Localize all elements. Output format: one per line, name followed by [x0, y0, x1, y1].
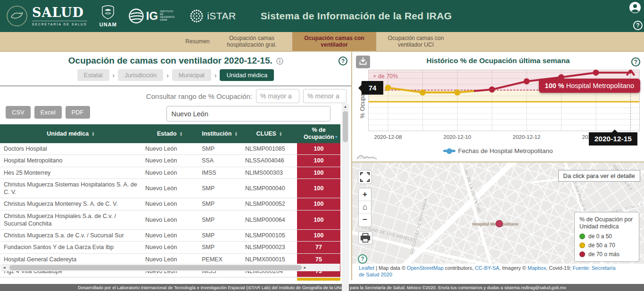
- table-row[interactable]: Christus Muguerza S.a. de C.v. / Sucursa…: [0, 230, 340, 242]
- map-legend-item: de 70 o más: [579, 251, 634, 258]
- cell-clues: NLSSA004046: [241, 155, 297, 167]
- panel-help-icon[interactable]: ?: [339, 57, 347, 65]
- leaflet-link[interactable]: Leaflet: [359, 265, 374, 271]
- osm-link[interactable]: OpenStreetMap: [407, 265, 444, 271]
- data-point[interactable]: [454, 89, 461, 96]
- scroll-right-icon[interactable]: ►: [302, 266, 308, 270]
- pct-max-input[interactable]: [303, 89, 347, 103]
- export-csv-button[interactable]: CSV: [6, 106, 31, 119]
- column-label: % de Ocupación: [304, 127, 334, 141]
- map-print-button[interactable]: [358, 231, 372, 244]
- info-icon[interactable]: ⓘ: [276, 57, 283, 65]
- scroll-up-icon[interactable]: ▲: [344, 104, 347, 110]
- mapbox-link[interactable]: Mapbox: [528, 265, 546, 271]
- istar-dot: [190, 15, 191, 16]
- map-legend: % de Ocupación por Unidad médica de 0 a …: [574, 212, 639, 262]
- export-pdf-button[interactable]: PDF: [66, 106, 90, 119]
- table-vertical-scrollbar[interactable]: ▲ ▼: [342, 104, 349, 291]
- data-point[interactable]: [524, 78, 530, 84]
- cell-clues: NLIMS000303: [241, 167, 297, 178]
- legend-item-label: de 50 a 70: [588, 242, 615, 249]
- column-header--de-ocupaci-n[interactable]: % de Ocupación▼: [297, 124, 340, 143]
- map-help-icon[interactable]: ?: [358, 254, 367, 264]
- table-row[interactable]: Doctors HospitalNuevo LeónSMPNLSMP001085…: [0, 143, 340, 155]
- table-row[interactable]: Hes 25 MonterreyNuevo LeónIMSSNLIMS00030…: [0, 167, 340, 178]
- tab-ocupaci-n-camas-con-ventilador-uci[interactable]: Ocupación camas con ventilador UCI: [376, 32, 455, 51]
- fullscreen-icon: [358, 170, 372, 184]
- map-zoom-out-button[interactable]: −: [359, 214, 371, 226]
- column-header-instituci-n[interactable]: Institución▲▼: [198, 124, 241, 143]
- attribution-text: , Imagery ©: [499, 265, 528, 271]
- istar-dot: [201, 15, 203, 16]
- app-title: Sistema de Información de la Red IRAG: [261, 10, 452, 22]
- data-point[interactable]: [385, 85, 391, 91]
- tab-ocupaci-n-camas-hospitalizaci-n-gral[interactable]: Ocupación camas hospitalización gral.: [211, 32, 292, 51]
- hospital-marker[interactable]: [496, 220, 503, 227]
- horizontal-scroll-thumb[interactable]: [9, 265, 302, 270]
- cell-unidad-medica: Christus Muguerza S.a. de C.v. / Sucursa…: [0, 230, 141, 242]
- breadcrumb-municipal[interactable]: Municipal: [172, 69, 211, 81]
- tooltip-percent: 100 %: [545, 82, 564, 89]
- cell-unidad-medica: Hes 25 Monterrey: [0, 167, 141, 178]
- cell-institucion: SMP: [198, 198, 241, 210]
- sort-icon[interactable]: ▲▼: [234, 132, 237, 136]
- cell-unidad-medica: Fundacion Santos Y de La Garza Evia Ibp: [0, 242, 141, 253]
- pct-min-input[interactable]: [256, 89, 299, 103]
- map-legend-item: de 0 a 50: [579, 233, 634, 240]
- cell-clues: NLSMP000064: [241, 210, 297, 230]
- table-row[interactable]: Fundacion Santos Y de La Garza Evia IbpN…: [0, 242, 340, 253]
- column-header-clues[interactable]: CLUES▲▼: [241, 124, 297, 143]
- salud-eagle-logo-icon: [7, 6, 27, 26]
- occupancy-badge: 100: [297, 230, 340, 242]
- scroll-left-icon[interactable]: ◄: [1, 266, 8, 270]
- vertical-scroll-thumb[interactable]: [343, 111, 348, 142]
- cell-institucion: IMSS: [198, 167, 241, 178]
- header-help-icon[interactable]: ?: [633, 21, 643, 30]
- tab-resumen[interactable]: Resumen: [184, 32, 211, 51]
- istar-dot: [196, 15, 198, 16]
- sort-icon[interactable]: ▲▼: [279, 132, 282, 136]
- istar-dot: [192, 19, 193, 21]
- table-horizontal-scrollbar[interactable]: ◄ ►: [1, 264, 340, 271]
- unam-crest-icon: [101, 5, 115, 20]
- chart-download-button[interactable]: [356, 56, 370, 68]
- map-home-button[interactable]: ⌂: [359, 201, 371, 214]
- chart-legend: Fechas de Hospital Metropolitano: [352, 147, 644, 154]
- user-account-icon[interactable]: [629, 1, 641, 14]
- breadcrumb-unidad-m-dica[interactable]: Unidad médica: [220, 69, 274, 81]
- salud-subtitle: SECRETARÍA DE SALUD: [32, 21, 87, 26]
- table-row[interactable]: Christus Muguerza Sistemas Hospitalarios…: [0, 178, 340, 198]
- ccbysa-link[interactable]: CC-BY-SA: [475, 265, 499, 271]
- istar-dot: [200, 19, 201, 21]
- table-row-partial: [0, 277, 340, 281]
- history-chart-panel: Histórico % de Ocupación última semana ?…: [352, 52, 644, 162]
- chart-y-axis-label: % Ocupación: [359, 70, 366, 131]
- main-content: Ocupación de camas con ventilador 2020-1…: [0, 52, 644, 280]
- table-row[interactable]: Christus Muguerza Monterrey S. A. de C. …: [0, 198, 340, 210]
- map-zoom-in-button[interactable]: +: [359, 188, 371, 201]
- breadcrumb-estatal[interactable]: Estatal: [77, 69, 109, 81]
- filter-icon[interactable]: ▼: [334, 135, 339, 139]
- istar-dot: [190, 17, 192, 19]
- table-row[interactable]: Christus Muguerza Hospiales S.a. de C.v.…: [0, 210, 340, 230]
- data-point[interactable]: [593, 70, 599, 76]
- chart-help-icon[interactable]: ?: [631, 57, 640, 66]
- cell-institucion: SMP: [198, 178, 241, 198]
- column-header-estado[interactable]: Estado▲▼: [141, 124, 198, 143]
- export-excel-button[interactable]: Excel: [34, 106, 62, 119]
- map-panel[interactable]: AV. DE LA JUVENTUDJUAN PABLO IIJUAN PABL…: [352, 162, 644, 264]
- cell-institucion: SMP: [198, 230, 241, 242]
- occupancy-badge: 100: [297, 167, 340, 178]
- search-input[interactable]: [166, 106, 330, 121]
- sort-icon[interactable]: ▲▼: [180, 132, 182, 136]
- column-header-unidad-m-dica[interactable]: Unidad médica▲▼: [0, 124, 141, 143]
- data-point[interactable]: [420, 89, 426, 96]
- data-point[interactable]: [489, 87, 495, 93]
- occupancy-panel: Ocupación de camas con ventilador 2020-1…: [0, 52, 351, 280]
- table-row[interactable]: Hospital MetropolitanoNuevo LeónSSANLSSA…: [0, 155, 340, 167]
- map-fullscreen-button[interactable]: [358, 170, 372, 184]
- breadcrumb-jurisdicci-n[interactable]: Jurisdicción: [118, 69, 163, 81]
- tab-ocupaci-n-camas-con-ventilador[interactable]: Ocupación camas con ventilador: [292, 32, 376, 51]
- cell-unidad-medica: Christus Muguerza Hospiales S.a. de C.v.…: [0, 210, 141, 230]
- sort-icon[interactable]: ▲▼: [91, 132, 94, 136]
